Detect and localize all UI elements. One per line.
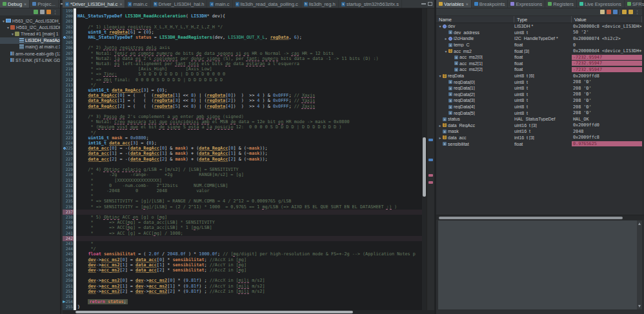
code-line[interactable]: */ <box>76 83 422 88</box>
gutter-line[interactable]: 240 <box>63 225 74 230</box>
expander-icon[interactable]: ▾ <box>438 74 443 78</box>
gutter-line[interactable]: 225 <box>63 146 74 151</box>
connect-icon[interactable] <box>34 10 38 14</box>
variable-row[interactable]: xregData[2]uint8_t208 'Ð' <box>436 92 642 98</box>
variable-row[interactable]: xmaskuint16_t2048 <box>436 128 642 135</box>
code-line[interactable]: return status; <box>76 299 422 304</box>
gutter-line[interactable]: 222 <box>63 130 74 135</box>
export-icon[interactable] <box>613 10 618 14</box>
debug-tree-item[interactable]: LIS3DH_ReadAccele <box>0 37 60 44</box>
code-line[interactable]: * 0 -num.comb- 2^12bits NUM.COMB[LSB] <box>76 183 422 188</box>
code-line[interactable]: data_acc[0] = -(data_RegAcc[0] & mask) +… <box>76 146 422 151</box>
code-line[interactable] <box>76 210 422 215</box>
code-line[interactable]: * => SENSITIVITY = [mg]/[LSB] = (2 / 2^1… <box>76 204 422 210</box>
code-line[interactable] <box>76 273 422 278</box>
code-view[interactable]: HAL_StatusTypeDef LIS3DH_ReadAcceleratio… <box>76 8 422 310</box>
gutter-line[interactable]: 204 <box>63 35 74 40</box>
code-line[interactable]: * => Obj final: 0 0 0 0 S D D D D | D D … <box>76 77 422 83</box>
gutter-line[interactable]: 206 <box>63 45 74 50</box>
overview-ruler[interactable] <box>427 8 434 310</box>
gutter-line[interactable]: 200 <box>63 14 74 19</box>
gutter-line[interactable]: 245 <box>63 251 74 257</box>
close-icon[interactable]: × <box>119 2 122 6</box>
variable-row[interactable]: xregData[4]uint8_t208 'Ð' <box>436 104 642 110</box>
code-line[interactable]: HAL_StatusTypeDef LIS3DH_ReadAcceleratio… <box>76 14 422 19</box>
gutter-line[interactable]: 205 <box>63 40 74 45</box>
variable-row[interactable]: ▾[]regDatauint8_t [6]0x2009ffd8 <box>436 73 642 79</box>
code-line[interactable]: * Nota1: Creo mascara tal que coincideix… <box>76 119 422 124</box>
tab-breakpoints[interactable]: Breakpoints <box>472 0 508 8</box>
gutter-line[interactable]: 202 <box>63 25 74 30</box>
editor-tab--driver-lis3dh-hal-c[interactable]: c*Driver_LIS3DH_hal.c× <box>63 0 125 8</box>
code-line[interactable]: */ <box>76 130 422 135</box>
debug-tree-item[interactable]: ▾H563_I2C_AccLIS3DH_test1 D <box>0 17 60 24</box>
variable-row[interactable]: xdev_addressuint8_t50 '2' <box>436 30 642 36</box>
gutter-line[interactable]: 250 <box>63 278 74 283</box>
expander-icon[interactable]: ▾ <box>443 49 448 54</box>
gutter-line[interactable]: 210 <box>63 66 74 72</box>
gutter-line[interactable]: 247 <box>63 262 74 268</box>
gutter-line[interactable]: 236 <box>63 204 74 210</box>
gutter-line[interactable]: 221 <box>63 124 74 130</box>
gutter-line[interactable]: 218 <box>63 109 74 114</box>
gutter-line[interactable]: 223 <box>63 135 74 141</box>
code-line[interactable]: * <box>76 241 422 246</box>
code-line[interactable]: * [XXXXXXXXXXXXXXXX] <box>76 178 422 183</box>
editor-tab-driver-lis3dh-hal-h[interactable]: hDriver_LIS3DH_hal.h <box>151 0 208 8</box>
view-menu-icon[interactable]: ⋮ <box>635 10 639 14</box>
code-line[interactable]: * Nota2: la data es 2's coplement per do… <box>76 56 422 61</box>
scrollbar-thumb[interactable] <box>423 137 426 197</box>
variable-row[interactable]: xstatusHAL_StatusTypeDefHAL_OK <box>436 116 642 123</box>
gutter-line[interactable]: 246 <box>63 257 74 262</box>
code-line[interactable] <box>76 40 422 45</box>
gutter-line[interactable]: 217 <box>63 104 74 109</box>
remove-terminated-icon[interactable] <box>40 10 45 14</box>
gutter-line[interactable]: 248 <box>63 268 74 273</box>
code-line[interactable]: /* 3) Passo de 2's complement a un enter… <box>76 114 422 119</box>
variable-row[interactable]: ▸[]data_RegAccuint16_t [3]0x2009ffd0 <box>436 123 642 129</box>
variable-row[interactable]: xregData[5]uint8_t208 'Ð' <box>436 110 642 116</box>
column-name[interactable]: Name <box>436 16 514 23</box>
scroll-down-icon[interactable] <box>638 305 641 308</box>
gutter-line[interactable]: 224 <box>63 141 74 146</box>
code-line[interactable] <box>76 294 422 299</box>
code-line[interactable]: dev->acc_ms2[2] = data_acc[2] * sensibil… <box>76 268 422 273</box>
minimize-icon[interactable] <box>421 3 426 5</box>
code-line[interactable]: * -2g -range- +2g RANGE[m/s2] = [g] <box>76 172 422 177</box>
close-icon[interactable]: × <box>24 2 26 6</box>
code-line[interactable]: HAL_StatusTypeDef status = LIS3DH_ReadRe… <box>76 35 422 40</box>
variable-row[interactable]: ▾[]acc_ms2float [3]0x200000d4 <device_LI… <box>436 48 642 54</box>
gutter-line[interactable]: 230 <box>63 172 74 177</box>
expander-icon[interactable]: ▾ <box>438 24 443 28</box>
expander-icon[interactable]: ▾ <box>1 19 6 23</box>
code-line[interactable]: dev->acc_ms2[1] = dev->acc_ms2[1] * (9.8… <box>76 284 422 289</box>
tab-expressions[interactable]: Expressions <box>508 0 545 8</box>
code-line[interactable]: } <box>76 304 422 309</box>
gutter-line[interactable]: 199 <box>63 8 74 14</box>
gutter-line[interactable]: 216 <box>63 98 74 103</box>
tab-variables[interactable]: Variables× <box>436 0 472 8</box>
gutter-line[interactable]: 233 <box>63 188 74 193</box>
close-icon[interactable]: × <box>466 2 468 6</box>
code-line[interactable]: * => ACC[mg] = data_acc[LSB] * SENSITIVI… <box>76 220 422 225</box>
editor-tab-startup-stm32h563zitx-s[interactable]: sstartup_stm32h563zitx.s <box>339 0 402 8</box>
variable-row[interactable]: xacc_ms2[2]float-7232.95947 <box>436 66 642 73</box>
gutter-line[interactable]: 208 <box>63 56 74 61</box>
editor-tab-main-c[interactable]: cmain.c <box>207 0 232 8</box>
overview-mark-icon[interactable] <box>428 174 433 177</box>
code-line[interactable]: uint16_t data_RegAcc[3] = {0}; <box>76 88 422 93</box>
gutter-line[interactable]: 237 <box>63 210 74 215</box>
code-line[interactable]: data_acc[1] = -(data_RegAcc[1] & mask) +… <box>76 151 422 156</box>
gutter-line[interactable]: 201 <box>63 19 74 24</box>
code-line[interactable]: uint16_t mask = 0x0800; <box>76 135 422 141</box>
code-line[interactable]: * <box>76 193 422 199</box>
gutter-line[interactable]: 241 <box>63 231 74 236</box>
code-line[interactable]: /* 1) Llegeixo registres X_L,X_H,Y_L,Y_H… <box>76 25 422 30</box>
editor-tab-main-c[interactable]: cmain.c <box>125 0 150 8</box>
collapse-all-icon[interactable] <box>622 10 627 14</box>
gutter-line[interactable]: 234 <box>63 193 74 199</box>
scrollbar-thumb[interactable] <box>75 311 353 313</box>
code-line[interactable] <box>76 8 422 14</box>
code-line[interactable]: * => ACC[mg] = data_acc[LSB] * 1 [mg/LSB… <box>76 225 422 230</box>
code-line[interactable]: float sensibilitat = ( 2.0f / 2048.0f ) … <box>76 251 422 257</box>
